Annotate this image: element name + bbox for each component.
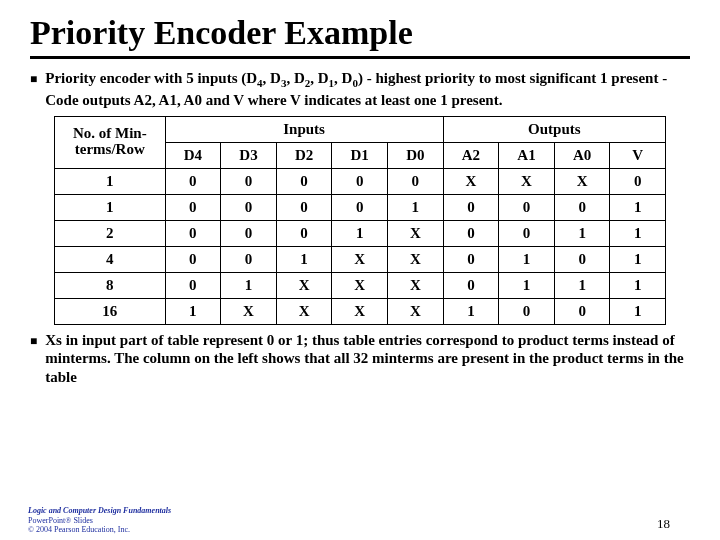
hdr-minterms: No. of Min- terms/Row — [55, 116, 166, 168]
table-row: 801XXX0111 — [55, 272, 666, 298]
priority-encoder-table: No. of Min- terms/Row Inputs Outputs D4 … — [54, 116, 666, 325]
table-row: 4001XX0101 — [55, 246, 666, 272]
col-D3: D3 — [221, 142, 277, 168]
b2-text: Xs in input part of table represent 0 or… — [45, 332, 683, 386]
b1-m4: , D — [334, 70, 352, 86]
col-A2: A2 — [443, 142, 499, 168]
b1-m1: , D — [263, 70, 281, 86]
col-D0: D0 — [388, 142, 444, 168]
col-A0: A0 — [554, 142, 610, 168]
col-D1: D1 — [332, 142, 388, 168]
bullet-square-icon: ■ — [30, 72, 37, 87]
table-row: 20001X0011 — [55, 220, 666, 246]
footer-line-2: PowerPoint® Slides — [28, 516, 171, 525]
footer-line-1: Logic and Computer Design Fundamentals — [28, 506, 171, 515]
table-row: 1000010001 — [55, 194, 666, 220]
title-underline — [30, 56, 690, 59]
hdr-outputs: Outputs — [443, 116, 665, 142]
table-header-row-1: No. of Min- terms/Row Inputs Outputs — [55, 116, 666, 142]
col-D4: D4 — [165, 142, 221, 168]
hdr-inputs: Inputs — [165, 116, 443, 142]
b1-m2: , D — [286, 70, 304, 86]
col-D2: D2 — [276, 142, 332, 168]
b1-m3: , D — [310, 70, 328, 86]
b1-text: Priority encoder with 5 inputs (D — [45, 70, 257, 86]
bullet-2: ■ Xs in input part of table represent 0 … — [30, 331, 690, 387]
footer-line-3: © 2004 Pearson Education, Inc. — [28, 525, 171, 534]
table-row: 100000XXX0 — [55, 168, 666, 194]
page-number: 18 — [657, 516, 670, 532]
col-V: V — [610, 142, 666, 168]
slide-title: Priority Encoder Example — [30, 14, 690, 52]
slide-footer: Logic and Computer Design Fundamentals P… — [28, 506, 171, 534]
table-row: 161XXXX1001 — [55, 298, 666, 324]
col-A1: A1 — [499, 142, 555, 168]
bullet-1: ■ Priority encoder with 5 inputs (D4, D3… — [30, 69, 690, 110]
bullet-square-icon: ■ — [30, 334, 37, 349]
